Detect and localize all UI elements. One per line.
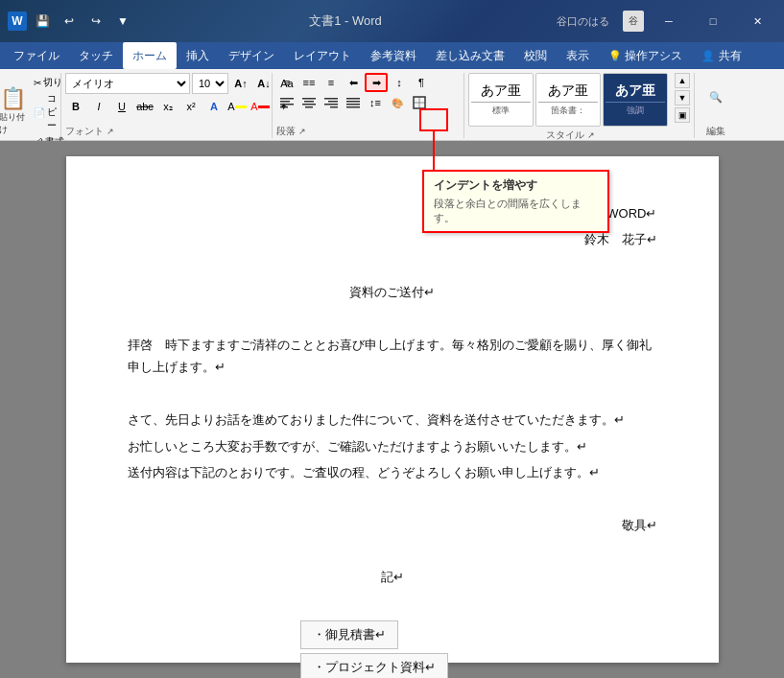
- svg-rect-10: [324, 104, 338, 105]
- style-emphasis-label: 強調: [627, 105, 644, 117]
- doc-empty-2: [128, 308, 657, 330]
- svg-rect-0: [280, 98, 294, 100]
- svg-rect-3: [280, 106, 288, 108]
- numbering-btn[interactable]: ≡≡: [298, 74, 320, 91]
- doc-empty-4: [128, 487, 657, 509]
- italic-btn[interactable]: I: [88, 96, 109, 117]
- style-list[interactable]: あア亜 箇条書：: [535, 73, 601, 127]
- menu-insert[interactable]: 挿入: [177, 42, 219, 69]
- multilevel-list-btn[interactable]: ≡: [321, 74, 342, 91]
- style-expand-btn[interactable]: ▣: [675, 107, 690, 123]
- font-size-select[interactable]: 10: [192, 73, 228, 94]
- font-format-row: B I U abc x₂ x² A A A ✦: [65, 96, 294, 117]
- svg-rect-11: [330, 106, 338, 108]
- subscript-btn[interactable]: x₂: [157, 96, 178, 117]
- document-title: 文書1 - Word: [134, 12, 557, 30]
- menu-tell-me[interactable]: 💡 操作アシス: [599, 42, 692, 69]
- line-spacing-btn[interactable]: ↕≡: [365, 94, 386, 111]
- style-scroll-up[interactable]: ▲: [675, 73, 690, 88]
- menu-touch[interactable]: タッチ: [69, 42, 123, 69]
- paste-btn[interactable]: 📋 貼り付け: [0, 90, 30, 132]
- svg-rect-14: [346, 104, 360, 105]
- save-quick-btn[interactable]: 💾: [31, 12, 54, 31]
- svg-rect-5: [304, 101, 314, 103]
- tooltip-description: 段落と余白との間隔を広くします。: [434, 197, 598, 225]
- close-btn[interactable]: ✕: [738, 8, 776, 35]
- menu-design[interactable]: デザイン: [219, 42, 284, 69]
- menu-file[interactable]: ファイル: [4, 42, 69, 69]
- style-normal[interactable]: あア亜 標準: [468, 73, 534, 127]
- menu-bar: ファイル タッチ ホーム 挿入 デザイン レイアウト 参考資料 差し込み文書 校…: [0, 42, 784, 69]
- borders-btn[interactable]: [409, 94, 430, 111]
- document-area[interactable]: 会社 WORD↵ 鈴木 花子↵ 資料のご送付↵ 拝啓 時下ますますご清祥のことと…: [0, 141, 784, 678]
- bold-btn[interactable]: B: [65, 96, 86, 117]
- underline-btn[interactable]: U: [111, 96, 132, 117]
- menu-home[interactable]: ホーム: [123, 42, 177, 69]
- style-emphasis-preview: あア亜: [615, 82, 655, 100]
- tooltip-title: インデントを増やす: [434, 177, 598, 194]
- font-label: フォント ↗: [65, 123, 114, 138]
- title-bar-left: W 💾 ↩ ↪ ▼: [8, 12, 134, 31]
- ribbon: 📋 貼り付け ✂ 切り 📄 コピー 🖌 書式 クリップボード ↗ メイリオ: [0, 69, 784, 141]
- text-effects-btn[interactable]: A: [203, 96, 225, 117]
- menu-mailings[interactable]: 差し込み文書: [426, 42, 514, 69]
- superscript-btn[interactable]: x²: [180, 96, 202, 117]
- doc-closing: 敬具↵: [128, 514, 657, 536]
- editing-label: 編集: [706, 123, 725, 138]
- paragraph-section: ≡ ≡≡ ≡ ⬅ ➡ ↕ ¶: [273, 73, 464, 138]
- svg-rect-9: [328, 101, 338, 103]
- doc-empty-3: [128, 383, 657, 405]
- user-avatar[interactable]: 谷: [623, 11, 644, 32]
- align-buttons-row: ↕≡ 🎨: [276, 94, 430, 111]
- font-color-btn[interactable]: A: [249, 96, 271, 117]
- align-right-btn[interactable]: [321, 94, 342, 111]
- shading-btn[interactable]: 🎨: [387, 94, 408, 111]
- doc-empty-1: [128, 255, 657, 277]
- strikethrough-btn[interactable]: abc: [134, 96, 155, 117]
- justify-btn[interactable]: [343, 94, 364, 111]
- svg-rect-7: [305, 106, 313, 108]
- undo-btn[interactable]: ↩: [58, 12, 81, 31]
- menu-view[interactable]: 表示: [557, 42, 599, 69]
- editing-section: 🔍 編集: [695, 73, 737, 138]
- decrease-indent-btn[interactable]: ⬅: [343, 74, 364, 91]
- doc-body-3: 送付内容は下記のとおりです。ご査収の程、どうぞよろしくお願い申し上げます。↵: [128, 461, 657, 483]
- style-emphasis[interactable]: あア亜 強調: [603, 73, 668, 127]
- customize-quick-access-btn[interactable]: ▼: [111, 12, 134, 31]
- align-left-btn[interactable]: [276, 94, 297, 111]
- styles-label: スタイル ↗: [468, 127, 673, 142]
- bullets-btn[interactable]: ≡: [276, 74, 297, 91]
- menu-share[interactable]: 👤 共有: [692, 42, 750, 69]
- user-name: 谷口のはる: [557, 14, 609, 29]
- increase-indent-btn[interactable]: ➡: [365, 73, 388, 92]
- svg-rect-2: [280, 104, 294, 105]
- doc-record-heading: 記↵: [128, 566, 657, 588]
- title-bar-right: 谷口のはる 谷 ─ □ ✕: [557, 8, 776, 35]
- font-name-row: メイリオ 10 A↑ A↓ Aa: [65, 73, 297, 94]
- redo-btn[interactable]: ↪: [84, 12, 107, 31]
- svg-rect-15: [346, 106, 360, 108]
- menu-layout[interactable]: レイアウト: [284, 42, 361, 69]
- increase-font-btn[interactable]: A↑: [230, 73, 251, 94]
- style-scroll-controls: ▲ ▼ ▣: [675, 73, 690, 123]
- minimize-btn[interactable]: ─: [650, 8, 688, 35]
- style-scroll-down[interactable]: ▼: [675, 90, 690, 105]
- style-normal-preview: あア亜: [481, 82, 521, 100]
- doc-subject: 資料のご送付↵: [128, 281, 657, 303]
- svg-rect-13: [346, 101, 360, 103]
- doc-greeting: 拝啓 時下ますますご清祥のこととお喜び申し上げます。毎々格別のご愛顧を賜り、厚く…: [128, 334, 657, 379]
- show-marks-btn[interactable]: ¶: [411, 74, 432, 91]
- menu-references[interactable]: 参考資料: [361, 42, 426, 69]
- align-center-btn[interactable]: [298, 94, 320, 111]
- menu-review[interactable]: 校閲: [514, 42, 557, 69]
- document-page[interactable]: 会社 WORD↵ 鈴木 花子↵ 資料のご送付↵ 拝啓 時下ますますご清祥のことと…: [66, 156, 719, 663]
- font-family-select[interactable]: メイリオ: [65, 73, 190, 94]
- restore-btn[interactable]: □: [694, 8, 732, 35]
- search-btn[interactable]: 🔍: [709, 91, 723, 104]
- svg-rect-1: [280, 101, 290, 103]
- sort-btn[interactable]: ↕: [389, 74, 410, 91]
- doc-empty-6: [128, 593, 657, 615]
- decrease-font-btn[interactable]: A↓: [253, 73, 274, 94]
- text-highlight-btn[interactable]: A: [226, 96, 248, 117]
- doc-list-area: ・御見積書↵ ・プロジェクト資料↵: [128, 619, 657, 678]
